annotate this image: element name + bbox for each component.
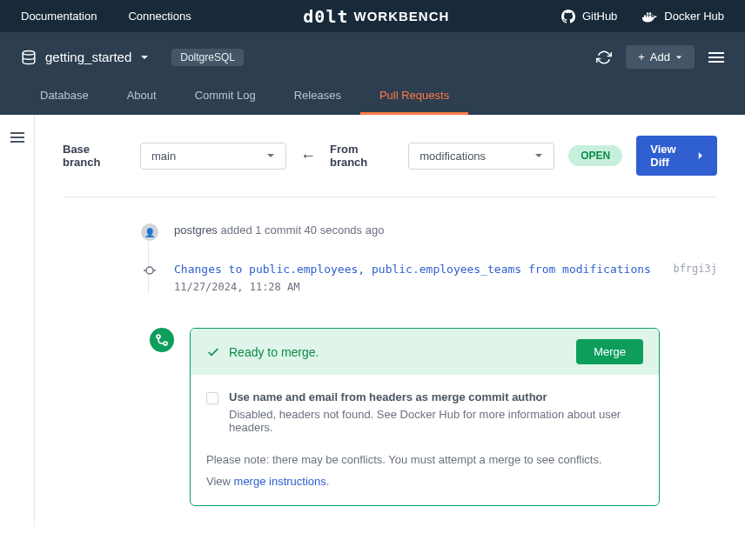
merge-button[interactable]: Merge bbox=[576, 339, 643, 364]
svg-point-4 bbox=[157, 335, 160, 338]
plus-icon: + bbox=[638, 50, 645, 63]
menu-button[interactable] bbox=[708, 52, 724, 63]
timeline: 👤 postgres added 1 commit 40 seconds ago… bbox=[63, 223, 717, 293]
chevron-down-icon[interactable] bbox=[140, 53, 149, 62]
logo: d0lt WORKBENCH bbox=[303, 6, 449, 27]
tab-releases[interactable]: Releases bbox=[275, 82, 360, 115]
merge-section: Ready to merge. Merge Use name and email… bbox=[150, 328, 717, 506]
from-branch-select[interactable]: modifications bbox=[408, 143, 554, 170]
tab-pull-requests[interactable]: Pull Requests bbox=[360, 82, 468, 115]
commit-event: Changes to public.employees, public.empl… bbox=[150, 263, 717, 293]
commit-hash[interactable]: bfrgi3j bbox=[673, 263, 717, 275]
rail-menu-button[interactable] bbox=[10, 132, 24, 527]
left-rail bbox=[0, 115, 35, 527]
topbar: Documentation Connections d0lt WORKBENCH… bbox=[0, 0, 745, 32]
github-icon bbox=[561, 10, 575, 23]
event-user: postgres bbox=[174, 223, 218, 237]
logo-brand: d0lt bbox=[303, 6, 348, 27]
arrow-left-icon: ← bbox=[300, 147, 316, 165]
database-name[interactable]: getting_started bbox=[45, 50, 131, 64]
merge-ready-text: Ready to merge. bbox=[229, 345, 319, 359]
db-type-badge: DoltgreSQL bbox=[171, 49, 244, 66]
svg-point-5 bbox=[164, 342, 167, 345]
commit-date: 11/27/2024, 11:28 AM bbox=[174, 281, 717, 293]
docker-icon bbox=[641, 10, 657, 23]
svg-point-0 bbox=[23, 50, 35, 55]
view-diff-button[interactable]: View Diff bbox=[636, 136, 717, 176]
github-link[interactable]: GitHub bbox=[561, 10, 617, 23]
tab-database[interactable]: Database bbox=[21, 82, 108, 115]
refresh-icon bbox=[596, 50, 612, 65]
author-checkbox-label: Use name and email from headers as merge… bbox=[229, 390, 547, 404]
avatar: 👤 bbox=[141, 223, 158, 241]
commit-title[interactable]: Changes to public.employees, public.empl… bbox=[174, 263, 651, 276]
refresh-button[interactable] bbox=[596, 50, 612, 65]
chevron-down-icon bbox=[534, 151, 543, 160]
logo-text: WORKBENCH bbox=[353, 9, 449, 23]
tabs: Database About Commit Log Releases Pull … bbox=[0, 82, 745, 115]
timeline-event: 👤 postgres added 1 commit 40 seconds ago bbox=[150, 223, 717, 237]
base-branch-label: Base branch bbox=[63, 143, 126, 169]
dockerhub-link[interactable]: Docker Hub bbox=[641, 10, 724, 23]
merge-box: Ready to merge. Merge Use name and email… bbox=[190, 328, 660, 506]
database-icon bbox=[21, 50, 37, 65]
merge-note: Please note: there may be conflicts. You… bbox=[206, 453, 643, 466]
chevron-down-icon bbox=[266, 151, 275, 160]
nav-connections[interactable]: Connections bbox=[128, 10, 191, 23]
add-button[interactable]: + Add bbox=[626, 45, 695, 69]
merge-instructions-row: View merge instructions. bbox=[206, 475, 643, 488]
tab-commit-log[interactable]: Commit Log bbox=[176, 82, 275, 115]
author-checkbox[interactable] bbox=[206, 392, 218, 404]
branch-selector-row: Base branch main ← From branch modificat… bbox=[63, 136, 717, 197]
pr-status-badge: OPEN bbox=[568, 145, 622, 166]
merge-icon bbox=[150, 328, 174, 352]
svg-point-1 bbox=[146, 267, 153, 274]
chevron-down-icon bbox=[675, 54, 682, 61]
tab-about[interactable]: About bbox=[108, 82, 176, 115]
chevron-right-icon bbox=[698, 150, 703, 161]
author-checkbox-sub: Disabled, headers not found. See Docker … bbox=[229, 408, 643, 434]
header-bar: getting_started DoltgreSQL + Add bbox=[0, 32, 745, 82]
event-action: added 1 commit 40 seconds ago bbox=[221, 223, 385, 237]
base-branch-select[interactable]: main bbox=[140, 143, 286, 170]
check-icon bbox=[206, 345, 220, 359]
merge-instructions-link[interactable]: merge instructions bbox=[234, 475, 326, 488]
nav-documentation[interactable]: Documentation bbox=[21, 10, 97, 23]
from-branch-label: From branch bbox=[330, 143, 394, 169]
commit-node-icon bbox=[144, 264, 156, 277]
